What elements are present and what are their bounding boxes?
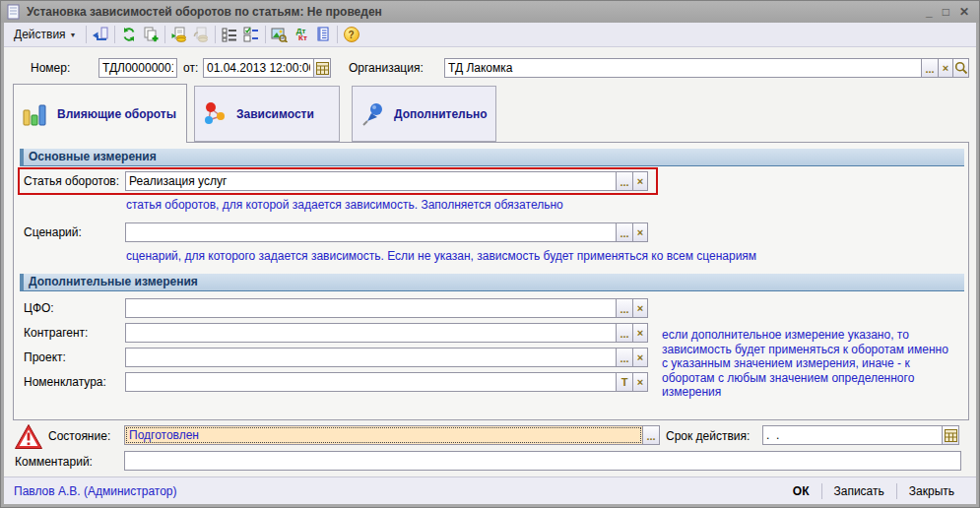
tab-dependencies[interactable]: Зависимости — [194, 86, 340, 142]
toolbar-separator — [265, 26, 266, 43]
credit-label: Кт — [298, 34, 307, 41]
bar-chart-icon — [22, 101, 49, 127]
scenario-select-button[interactable]: ... — [616, 222, 633, 242]
organization-input[interactable] — [444, 58, 922, 78]
number-input[interactable] — [98, 58, 177, 78]
window-frame: Действия ▼ — [1, 23, 979, 507]
project-input[interactable] — [125, 348, 617, 367]
organization-select-button[interactable]: ... — [921, 58, 939, 78]
comment-label: Комментарий: — [15, 455, 93, 469]
help-glyph: ? — [344, 27, 359, 42]
toolbar-separator — [86, 26, 87, 43]
contractor-label: Контрагент: — [24, 326, 88, 340]
tab-label: Влияющие обороты — [57, 107, 176, 121]
organization-search-button[interactable] — [952, 58, 969, 78]
cfo-input[interactable] — [125, 298, 617, 318]
help-icon[interactable]: ? — [341, 25, 362, 45]
calendar-icon — [316, 62, 329, 75]
tab-panel: Основные измерения Статья оборотов: ... … — [13, 142, 969, 420]
document-window: Установка зависимостей оборотов по стать… — [0, 0, 980, 508]
ok-button[interactable]: ОК — [781, 484, 821, 498]
term-label: Срок действия: — [666, 429, 750, 443]
organization-clear-button[interactable]: × — [938, 58, 953, 78]
document-register-icon[interactable] — [312, 25, 334, 45]
calendar-icon — [945, 429, 957, 442]
list-rows-icon[interactable] — [219, 25, 240, 45]
section-main-dimensions: Основные измерения — [20, 149, 964, 166]
extra-dimensions-hint: если дополнительное измерение указано, т… — [662, 328, 957, 400]
article-input[interactable] — [125, 171, 617, 191]
actions-menu-label: Действия — [14, 28, 66, 41]
date-input[interactable] — [203, 58, 314, 78]
statusbar-user: Павлов А.В. (Администратор) — [14, 484, 781, 498]
term-input[interactable] — [762, 425, 943, 445]
copy-add-icon[interactable] — [140, 25, 162, 45]
close-button[interactable]: ✕ — [959, 5, 969, 19]
cfo-select-button[interactable]: ... — [616, 298, 633, 318]
list-settings-icon[interactable] — [240, 25, 262, 45]
toolbar-separator — [337, 26, 338, 43]
number-label: Номер: — [31, 61, 70, 75]
image-preview-icon[interactable] — [269, 25, 291, 45]
tab-additional[interactable]: Дополнительно — [352, 86, 496, 142]
state-select-button[interactable]: ... — [642, 425, 660, 445]
nomenclature-input[interactable] — [125, 372, 617, 392]
state-field[interactable]: Подготовлен — [124, 425, 643, 445]
warning-icon — [14, 423, 43, 450]
project-select-button[interactable]: ... — [616, 348, 633, 367]
nomenclature-type-button[interactable]: T — [616, 372, 633, 392]
toolbar-separator — [164, 26, 165, 43]
date-calendar-button[interactable] — [313, 58, 331, 78]
molecule-icon — [203, 101, 229, 127]
tab-label: Зависимости — [236, 107, 314, 121]
chevron-down-icon: ▼ — [70, 32, 77, 38]
form-body: Действия ▼ — [4, 23, 976, 504]
scenario-clear-button[interactable]: × — [632, 222, 648, 242]
toolbar: Действия ▼ — [4, 23, 976, 47]
cfo-label: ЦФО: — [24, 301, 54, 315]
date-label: от: — [183, 61, 198, 75]
contractor-input[interactable] — [125, 323, 617, 343]
unpost-document-icon[interactable] — [190, 25, 212, 45]
article-clear-button[interactable]: × — [632, 171, 648, 191]
scenario-input[interactable] — [125, 222, 617, 242]
tab-label: Дополнительно — [394, 107, 488, 121]
nomenclature-clear-button[interactable]: × — [632, 372, 648, 392]
tab-influencing-turnovers[interactable]: Влияющие обороты — [13, 84, 187, 143]
titlebar: Установка зависимостей оборотов по стать… — [1, 1, 979, 23]
term-calendar-button[interactable] — [942, 425, 959, 445]
save-button[interactable]: Записать — [822, 484, 896, 498]
maximize-button[interactable]: □ — [943, 5, 949, 19]
article-label: Статья оборотов: — [24, 174, 119, 188]
nomenclature-label: Номенклатура: — [24, 375, 106, 389]
state-label: Состояние: — [48, 429, 110, 443]
comment-input[interactable] — [124, 451, 961, 471]
cfo-clear-button[interactable]: × — [632, 298, 648, 318]
actions-menu-button[interactable]: Действия ▼ — [8, 25, 83, 44]
contractor-clear-button[interactable]: × — [632, 323, 648, 343]
minimize-button[interactable]: _ — [926, 5, 933, 19]
pushpin-icon — [360, 101, 386, 127]
debit-credit-icon[interactable]: Дт Кт — [291, 25, 312, 45]
scenario-hint: сценарий, для которого задается зависимо… — [126, 249, 756, 263]
document-icon — [7, 4, 21, 20]
article-hint: статья оборотов, для которой задается за… — [126, 198, 563, 212]
reread-icon[interactable] — [90, 25, 111, 45]
section-extra-dimensions: Дополнительные измерения — [20, 274, 964, 291]
organization-label: Организация: — [349, 61, 424, 75]
project-label: Проект: — [24, 350, 66, 364]
window-title: Установка зависимостей оборотов по стать… — [27, 5, 920, 19]
article-select-button[interactable]: ... — [616, 171, 633, 191]
project-clear-button[interactable]: × — [632, 348, 648, 367]
contractor-select-button[interactable]: ... — [616, 323, 633, 343]
post-document-icon[interactable] — [168, 25, 190, 45]
scenario-label: Сценарий: — [24, 225, 82, 239]
close-form-button[interactable]: Закрыть — [897, 484, 966, 498]
magnifier-icon — [954, 61, 968, 75]
refresh-icon[interactable] — [118, 25, 140, 45]
statusbar: Павлов А.В. (Администратор) ОК Записать … — [4, 476, 976, 504]
toolbar-separator — [114, 26, 115, 43]
toolbar-separator — [215, 26, 216, 43]
